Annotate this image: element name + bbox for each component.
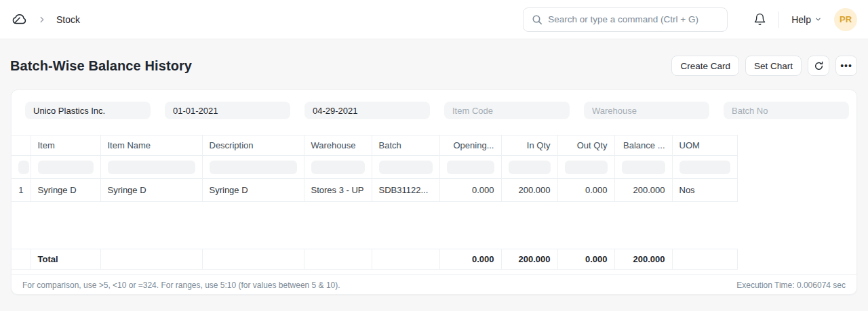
cell-out-qty[interactable]: 0.000	[557, 179, 614, 202]
help-label: Help	[791, 14, 811, 25]
item-code-filter[interactable]	[444, 102, 570, 119]
cell-batch[interactable]: SDB31122...	[372, 179, 439, 202]
column-filter-input[interactable]	[565, 161, 608, 174]
ellipsis-icon: •••	[840, 61, 852, 70]
cell-item[interactable]: Syringe D	[31, 179, 100, 202]
navbar: Stock Help PR	[0, 0, 868, 39]
report-footer: For comparison, use >5, <10 or =324. For…	[12, 274, 856, 295]
column-header-out-qty[interactable]: Out Qty	[557, 136, 614, 156]
column-header-warehouse[interactable]: Warehouse	[304, 136, 372, 156]
column-filter-input[interactable]	[38, 161, 94, 174]
refresh-icon	[814, 61, 824, 71]
column-header-description[interactable]: Description	[202, 136, 304, 156]
table-empty-space	[12, 202, 856, 249]
column-filter-input[interactable]	[509, 161, 551, 174]
column-filter-input[interactable]	[447, 161, 494, 174]
chevron-right-icon	[37, 15, 47, 24]
report-filter-bar	[12, 90, 856, 119]
column-filter-input[interactable]	[18, 161, 29, 174]
report-datatable: Item Item Name Description Warehouse Bat…	[12, 135, 856, 270]
total-out-qty: 0.000	[557, 249, 614, 270]
filter-hint-text: For comparison, use >5, <10 or =324. For…	[22, 281, 340, 290]
batch-no-filter[interactable]	[724, 102, 849, 119]
help-menu[interactable]: Help	[791, 14, 822, 25]
navbar-divider	[778, 12, 779, 28]
execution-time: Execution Time: 0.006074 sec	[736, 281, 846, 290]
cell-balance-qty[interactable]: 200.000	[614, 179, 672, 202]
column-header-uom[interactable]: UOM	[672, 136, 737, 156]
column-header-item[interactable]: Item	[31, 136, 100, 156]
search-input[interactable]	[523, 7, 728, 32]
report-card: Item Item Name Description Warehouse Bat…	[11, 89, 857, 295]
column-header-item-name[interactable]: Item Name	[100, 136, 202, 156]
breadcrumb-stock[interactable]: Stock	[56, 14, 80, 25]
column-filter-row	[12, 156, 737, 179]
table-header-row: Item Item Name Description Warehouse Bat…	[12, 136, 737, 156]
cell-description[interactable]: Syringe D	[202, 179, 304, 202]
column-header-balance-qty[interactable]: Balance ...	[614, 136, 672, 156]
column-filter-input[interactable]	[311, 161, 365, 174]
total-in-qty: 200.000	[501, 249, 557, 270]
column-filter-input[interactable]	[679, 161, 730, 174]
column-header-index	[12, 136, 31, 156]
create-card-button[interactable]: Create Card	[671, 56, 739, 76]
page-title: Batch-Wise Balance History	[10, 58, 192, 74]
page-head: Batch-Wise Balance History Create Card S…	[0, 39, 868, 89]
app-logo-icon[interactable]	[11, 11, 28, 28]
total-opening-qty: 0.000	[439, 249, 501, 270]
global-search	[523, 7, 728, 32]
cell-uom[interactable]: Nos	[672, 179, 737, 202]
column-filter-input[interactable]	[108, 161, 195, 174]
total-label: Total	[31, 249, 100, 270]
column-filter-input[interactable]	[210, 161, 297, 174]
to-date-filter[interactable]	[304, 102, 430, 119]
from-date-filter[interactable]	[165, 102, 290, 119]
refresh-button[interactable]	[808, 56, 829, 76]
user-avatar[interactable]: PR	[834, 8, 857, 31]
total-balance-qty: 200.000	[614, 249, 672, 270]
cell-opening-qty[interactable]: 0.000	[439, 179, 501, 202]
column-header-opening-qty[interactable]: Opening...	[439, 136, 501, 156]
company-filter[interactable]	[25, 102, 151, 119]
warehouse-filter[interactable]	[584, 102, 709, 119]
chevron-down-icon	[814, 16, 822, 23]
total-index-cell	[12, 249, 31, 270]
cell-item-name[interactable]: Syringe D	[100, 179, 202, 202]
row-index: 1	[12, 179, 31, 202]
set-chart-button[interactable]: Set Chart	[745, 56, 802, 76]
notifications-bell-icon[interactable]	[753, 13, 766, 26]
total-row: Total 0.000 200.000 0.000 200.000	[12, 249, 737, 270]
column-filter-input[interactable]	[622, 161, 665, 174]
column-header-batch[interactable]: Batch	[372, 136, 439, 156]
column-filter-input[interactable]	[379, 161, 433, 174]
cell-warehouse[interactable]: Stores 3 - UP	[304, 179, 372, 202]
column-header-in-qty[interactable]: In Qty	[501, 136, 557, 156]
menu-button[interactable]: •••	[835, 56, 857, 76]
table-row: 1 Syringe D Syringe D Syringe D Stores 3…	[12, 179, 737, 202]
cell-in-qty[interactable]: 200.000	[501, 179, 557, 202]
